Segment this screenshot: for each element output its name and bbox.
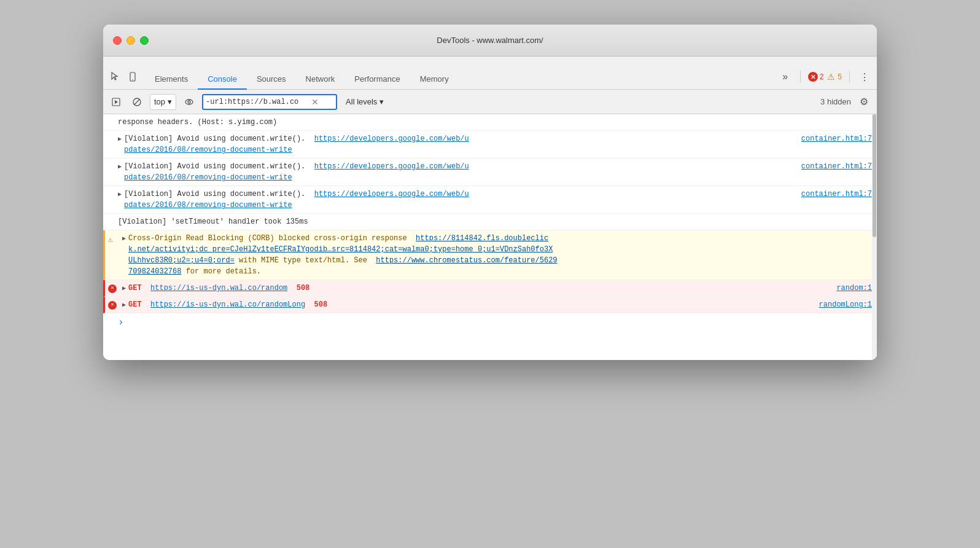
levels-label: All levels bbox=[346, 97, 377, 106]
context-label: top bbox=[154, 97, 165, 106]
entry-text: [Violation] Avoid using document.write()… bbox=[124, 161, 791, 183]
expand-icon[interactable] bbox=[122, 299, 126, 310]
violation-link-6[interactable]: pdates/2016/08/removing-document-write bbox=[124, 201, 292, 209]
minimize-button[interactable] bbox=[126, 36, 135, 45]
corb-link-3[interactable]: ULhhvc83R0;u2=;u4=0;ord= bbox=[128, 256, 235, 265]
console-entry: [Violation] Avoid using document.write()… bbox=[103, 131, 877, 159]
console-entry: [Violation] Avoid using document.write()… bbox=[103, 159, 877, 186]
levels-chevron-icon: ▾ bbox=[379, 97, 384, 106]
maximize-button[interactable] bbox=[140, 36, 149, 45]
expand-icon[interactable] bbox=[122, 233, 126, 244]
more-tabs-button[interactable]: » bbox=[778, 69, 793, 84]
prompt-icon: › bbox=[118, 317, 124, 328]
entry-text: [Violation] Avoid using document.write()… bbox=[124, 189, 791, 211]
tabbar-icons bbox=[108, 69, 145, 89]
svg-point-6 bbox=[185, 100, 193, 104]
entry-text: [Violation] Avoid using document.write()… bbox=[124, 133, 791, 155]
entry-text: Cross-Origin Read Blocking (CORB) blocke… bbox=[128, 233, 872, 277]
error-circle-icon: ✕ bbox=[108, 284, 117, 293]
error-count-label: 2 bbox=[820, 72, 824, 81]
http-status-1: 508 bbox=[297, 284, 310, 292]
entry-text: [Violation] 'setTimeout' handler took 13… bbox=[118, 216, 872, 227]
svg-point-1 bbox=[132, 79, 133, 80]
warning-icon: ⚠ bbox=[826, 72, 836, 82]
play-button[interactable] bbox=[108, 94, 124, 110]
corb-link-1[interactable]: https://8114842.fls.doubleclic bbox=[416, 234, 548, 243]
close-button[interactable] bbox=[113, 36, 122, 45]
violation-link-2[interactable]: pdates/2016/08/removing-document-write bbox=[124, 146, 292, 154]
devtools-settings-button[interactable]: ⋮ bbox=[857, 69, 872, 84]
corb-link-2[interactable]: k.net/activityi;dc_pre=CJeHlZy1teECFRaIY… bbox=[128, 245, 553, 254]
violation-link-3[interactable]: https://developers.google.com/web/u bbox=[314, 162, 469, 171]
violation-link-5[interactable]: https://developers.google.com/web/u bbox=[314, 190, 469, 198]
divider2 bbox=[849, 71, 850, 83]
violation-link-1[interactable]: https://developers.google.com/web/u bbox=[314, 135, 469, 143]
eye-button[interactable] bbox=[181, 94, 197, 110]
console-entry: [Violation] Avoid using document.write()… bbox=[103, 186, 877, 214]
warning-count[interactable]: ⚠ 5 bbox=[826, 72, 842, 82]
tab-performance[interactable]: Performance bbox=[344, 69, 410, 90]
entry-file[interactable]: random:1 bbox=[826, 283, 872, 294]
window-title: DevTools - www.walmart.com/ bbox=[437, 36, 543, 45]
cursor-icon[interactable] bbox=[108, 69, 123, 84]
expand-icon[interactable] bbox=[118, 161, 122, 172]
corb-link-4[interactable]: https://www.chromestatus.com/feature/562… bbox=[376, 256, 557, 265]
corb-link-5[interactable]: 709824032768 bbox=[128, 267, 181, 276]
tab-network[interactable]: Network bbox=[296, 69, 345, 90]
entry-file[interactable]: container.html:7 bbox=[791, 161, 872, 172]
context-selector[interactable]: top ▾ bbox=[150, 94, 176, 110]
devtools-window: DevTools - www.walmart.com/ Elements Con… bbox=[103, 25, 877, 360]
scrollbar-thumb[interactable] bbox=[873, 114, 876, 237]
entry-file[interactable]: container.html:7 bbox=[791, 133, 872, 144]
console-entry-warning: ⚠ Cross-Origin Read Blocking (CORB) bloc… bbox=[103, 230, 877, 280]
http-url-2[interactable]: https://is-us-dyn.wal.co/randomLong bbox=[150, 300, 305, 309]
ban-button[interactable] bbox=[129, 94, 145, 110]
console-settings-button[interactable]: ⚙ bbox=[856, 94, 872, 110]
svg-line-5 bbox=[134, 99, 140, 104]
titlebar: DevTools - www.walmart.com/ bbox=[103, 25, 877, 57]
hidden-count: 3 hidden bbox=[820, 97, 851, 106]
console-output: response headers. (Host: s.yimg.com) [Vi… bbox=[103, 114, 877, 360]
http-method-2: GET bbox=[128, 300, 142, 309]
http-method: GET bbox=[128, 284, 142, 292]
console-toolbar: top ▾ ✕ All levels ▾ 3 hidden ⚙ bbox=[103, 90, 877, 114]
filter-input[interactable] bbox=[206, 98, 310, 106]
expand-icon[interactable] bbox=[122, 283, 126, 294]
svg-marker-3 bbox=[115, 100, 118, 104]
entry-text: GET https://is-us-dyn.wal.co/randomLong … bbox=[128, 299, 809, 310]
filter-clear-button[interactable]: ✕ bbox=[310, 97, 320, 107]
violation-link-4[interactable]: pdates/2016/08/removing-document-write bbox=[124, 173, 292, 182]
http-status-2: 508 bbox=[314, 300, 328, 309]
svg-point-7 bbox=[188, 101, 190, 103]
console-entry: response headers. (Host: s.yimg.com) bbox=[103, 114, 877, 131]
error-badge: ✕ 2 ⚠ 5 bbox=[808, 72, 842, 82]
filter-input-wrapper[interactable]: ✕ bbox=[202, 94, 337, 110]
http-url-1[interactable]: https://is-us-dyn.wal.co/random bbox=[150, 284, 287, 292]
entry-text: GET https://is-us-dyn.wal.co/random 508 bbox=[128, 283, 826, 294]
traffic-lights bbox=[113, 36, 149, 45]
warning-count-label: 5 bbox=[838, 72, 842, 81]
error-icon: ✕ bbox=[808, 72, 818, 82]
warning-icon: ⚠ bbox=[108, 234, 113, 246]
tab-sources[interactable]: Sources bbox=[247, 69, 296, 90]
console-prompt[interactable]: › bbox=[103, 313, 877, 332]
tab-elements[interactable]: Elements bbox=[145, 69, 198, 90]
error-count[interactable]: ✕ 2 bbox=[808, 72, 824, 82]
tab-console[interactable]: Console bbox=[198, 69, 247, 90]
expand-icon[interactable] bbox=[118, 189, 122, 200]
error-circle-icon-2: ✕ bbox=[108, 301, 117, 310]
entry-text: response headers. (Host: s.yimg.com) bbox=[118, 117, 872, 128]
log-levels-dropdown[interactable]: All levels ▾ bbox=[342, 94, 387, 110]
console-entry-error-2: ✕ GET https://is-us-dyn.wal.co/randomLon… bbox=[103, 297, 877, 313]
console-entry-error-1: ✕ GET https://is-us-dyn.wal.co/random 50… bbox=[103, 280, 877, 297]
chevron-down-icon: ▾ bbox=[168, 97, 172, 106]
divider bbox=[800, 71, 801, 83]
tabbar: Elements Console Sources Network Perform… bbox=[103, 57, 877, 90]
entry-file[interactable]: randomLong:1 bbox=[809, 299, 872, 310]
entry-file[interactable]: container.html:7 bbox=[791, 189, 872, 200]
mobile-icon[interactable] bbox=[125, 69, 140, 84]
scrollbar[interactable] bbox=[872, 114, 877, 360]
expand-icon[interactable] bbox=[118, 133, 122, 144]
tab-memory[interactable]: Memory bbox=[410, 69, 459, 90]
tabbar-right: » ✕ 2 ⚠ 5 ⋮ bbox=[778, 69, 877, 89]
